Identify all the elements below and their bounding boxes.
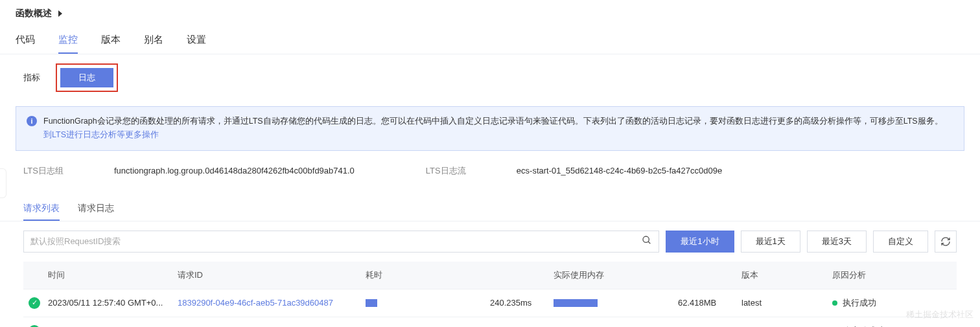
request-table: 时间 请求ID 耗时 实际使用内存 版本 原因分析 ✓ 2023/05/11 1…	[0, 262, 980, 328]
cell-duration: 240.235ms	[490, 298, 531, 308]
search-input[interactable]	[30, 236, 642, 246]
refresh-button[interactable]	[935, 231, 957, 253]
log-stream-value: ecs-start-01_55d62148-c24c-4b69-b2c5-fa4…	[517, 166, 722, 175]
th-duration: 耗时	[366, 269, 554, 281]
table-row: ✓ 2023/05/11 12:56:42 GMT+0... 4d61644f-…	[23, 317, 957, 328]
svg-point-0	[643, 236, 649, 242]
th-memory: 实际使用内存	[554, 269, 741, 281]
info-banner-body: FunctionGraph会记录您的函数处理的所有请求，并通过LTS自动存储您的…	[43, 117, 943, 126]
th-reason: 原因分析	[832, 269, 951, 281]
check-icon: ✓	[29, 297, 40, 309]
subtab-logs[interactable]: 日志	[60, 68, 113, 87]
tab-alias[interactable]: 别名	[144, 27, 163, 54]
tab-request-list[interactable]: 请求列表	[23, 197, 60, 221]
cell-version: latest	[741, 298, 832, 308]
time-range-custom[interactable]: 自定义	[873, 231, 928, 253]
th-version: 版本	[741, 269, 832, 281]
th-time: 时间	[48, 269, 178, 281]
reason-text: 执行成功	[843, 297, 876, 309]
log-meta-row: LTS日志组 functiongraph.log.group.0d46148da…	[0, 151, 980, 191]
log-group-value: functiongraph.log.group.0d46148da280f426…	[114, 166, 355, 175]
tab-code[interactable]: 代码	[16, 27, 35, 54]
search-bar: 最近1小时 最近1天 最近3天 自定义	[0, 221, 980, 262]
search-icon[interactable]	[642, 235, 652, 248]
subtab-metrics[interactable]: 指标	[23, 72, 40, 84]
subtab-logs-highlight-frame: 日志	[56, 63, 118, 92]
section-header[interactable]: 函数概述	[0, 0, 980, 27]
time-range-1h[interactable]: 最近1小时	[666, 231, 734, 253]
cell-time: 2023/05/11 12:57:40 GMT+0...	[48, 298, 178, 308]
search-input-wrap[interactable]	[23, 231, 659, 253]
memory-bar: 62.418MB	[554, 298, 741, 308]
monitor-subtabs: 指标 日志	[0, 54, 980, 98]
log-group-label: LTS日志组	[23, 165, 69, 177]
time-range-3d[interactable]: 最近3天	[807, 231, 867, 253]
svg-line-1	[648, 242, 650, 243]
cell-request-id[interactable]: 1839290f-04e9-46cf-aeb5-71ac39d60487	[178, 298, 333, 308]
lts-link[interactable]: 到LTS进行日志分析等更多操作	[43, 130, 159, 139]
info-icon: i	[27, 116, 37, 126]
request-tabs: 请求列表 请求日志	[0, 191, 980, 221]
info-banner-text: FunctionGraph会记录您的函数处理的所有请求，并通过LTS自动存储您的…	[43, 115, 953, 142]
status-dot-icon	[832, 300, 837, 306]
tab-versions[interactable]: 版本	[101, 27, 121, 54]
cell-memory: 62.418MB	[678, 298, 716, 308]
chevron-right-icon	[58, 10, 62, 17]
table-header: 时间 请求ID 耗时 实际使用内存 版本 原因分析	[23, 262, 957, 289]
reason-text: 冷启动成功	[843, 325, 885, 328]
log-stream-label: LTS日志流	[426, 165, 471, 177]
th-request-id: 请求ID	[178, 269, 366, 281]
cell-reason: 冷启动成功	[832, 325, 951, 328]
main-tabs: 代码 监控 版本 别名 设置	[0, 27, 980, 54]
tab-settings[interactable]: 设置	[187, 27, 206, 54]
tab-monitor[interactable]: 监控	[58, 27, 78, 54]
time-range-1d[interactable]: 最近1天	[741, 231, 800, 253]
tab-request-logs[interactable]: 请求日志	[78, 197, 114, 221]
duration-bar: 240.235ms	[366, 298, 554, 308]
check-icon: ✓	[29, 325, 40, 328]
table-row: ✓ 2023/05/11 12:57:40 GMT+0... 1839290f-…	[23, 289, 957, 317]
section-title: 函数概述	[16, 8, 52, 19]
cell-reason: 执行成功	[832, 297, 951, 309]
side-collapse-handle[interactable]	[0, 168, 6, 198]
info-banner: i FunctionGraph会记录您的函数处理的所有请求，并通过LTS自动存储…	[16, 106, 964, 151]
